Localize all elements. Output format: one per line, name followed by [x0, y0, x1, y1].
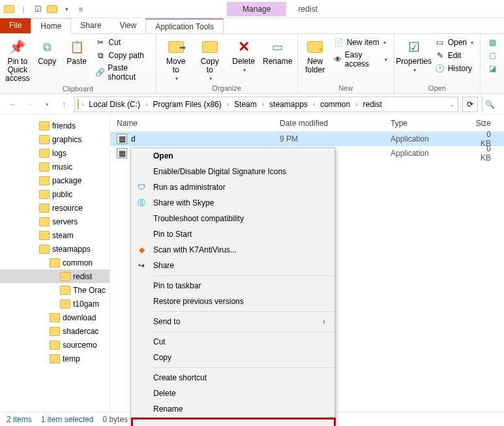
- tree-item-friends[interactable]: friends: [0, 119, 110, 132]
- col-name[interactable]: Name: [110, 119, 280, 128]
- ctx-delete[interactable]: Delete: [131, 386, 334, 401]
- tree-item-t10gam[interactable]: t10gam: [0, 297, 110, 311]
- contextual-tab-manage[interactable]: Manage: [227, 2, 286, 16]
- move-to-button[interactable]: ➡ Move to▾: [160, 35, 192, 82]
- tree-item-package[interactable]: package: [0, 174, 110, 187]
- tree-item-servers[interactable]: servers: [0, 215, 110, 228]
- tree-item-download[interactable]: download: [0, 311, 110, 324]
- tree-item-The Orac[interactable]: The Orac: [0, 283, 110, 297]
- search-icon[interactable]: 🔍: [482, 97, 497, 112]
- tree-item-resource[interactable]: resource: [0, 201, 110, 215]
- tree-item-public[interactable]: public: [0, 187, 110, 201]
- copy-to-button[interactable]: Copy to▾: [194, 35, 226, 82]
- folder-icon: [39, 217, 50, 226]
- folder-icon: [3, 3, 16, 16]
- ctx-properties[interactable]: Properties: [131, 421, 334, 426]
- new-item-button[interactable]: 📄New item▾: [331, 37, 390, 48]
- tab-share[interactable]: Share: [71, 18, 110, 33]
- ctx-open[interactable]: Open: [131, 148, 334, 164]
- ctx-cut[interactable]: Cut: [131, 334, 334, 350]
- tree-item-music[interactable]: music: [0, 160, 110, 174]
- refresh-button[interactable]: ⟳: [462, 97, 478, 112]
- select-all-button[interactable]: ▦: [484, 37, 500, 48]
- group-label-open: Open: [398, 83, 476, 92]
- breadcrumb[interactable]: › Local Disk (C:)› Program Files (x86)› …: [74, 97, 458, 112]
- ctx-create-shortcut[interactable]: Create shortcut: [131, 370, 334, 386]
- column-headers[interactable]: Name Date modified Type Size: [110, 115, 504, 132]
- tab-view[interactable]: View: [110, 18, 145, 33]
- crumb-3[interactable]: steamapps: [267, 100, 310, 109]
- rename-button[interactable]: ▭ Rename: [262, 35, 293, 66]
- ctx-pin-to-taskbar[interactable]: Pin to taskbar: [131, 278, 334, 294]
- delete-icon: ✕: [235, 38, 253, 56]
- crumb-2[interactable]: Steam: [231, 100, 259, 109]
- folder-icon: [39, 135, 50, 144]
- copy-path-button[interactable]: ⧉Copy path: [93, 50, 151, 61]
- ctx-share-skype[interactable]: ⓈShare with Skype: [131, 195, 334, 211]
- ctx-troubleshoot-compat[interactable]: Troubleshoot compatibility: [131, 211, 334, 226]
- pin-to-quick-access-button[interactable]: 📌 Pin to Quick access: [4, 35, 31, 84]
- ctx-pin-to-start[interactable]: Pin to Start: [131, 226, 334, 242]
- crumb-5[interactable]: redist: [361, 100, 385, 109]
- share-icon: ↪: [136, 260, 147, 271]
- invert-selection-button[interactable]: ◪: [484, 63, 500, 74]
- ctx-share[interactable]: ↪Share: [131, 258, 334, 273]
- ctx-rename[interactable]: Rename: [131, 401, 334, 417]
- tree-item-logs[interactable]: logs: [0, 146, 110, 160]
- up-button[interactable]: ↑: [57, 98, 70, 111]
- qat-overflow-icon[interactable]: ≡: [74, 3, 87, 16]
- new-folder-qat-icon[interactable]: [46, 3, 59, 16]
- ctx-signature-icons[interactable]: Enable/Disable Digital Signature Icons: [131, 164, 334, 179]
- col-size[interactable]: Size: [475, 119, 504, 128]
- qat-dropdown-icon[interactable]: ▾: [60, 3, 73, 16]
- titlebar: | ☑ ▾ ≡ Manage redist: [0, 0, 504, 18]
- tree-item-shadercac[interactable]: shadercac: [0, 324, 110, 338]
- easy-access-button[interactable]: 👁Easy access▾: [331, 50, 390, 69]
- ctx-restore-versions[interactable]: Restore previous versions: [131, 294, 334, 309]
- tree-item-temp[interactable]: temp: [0, 352, 110, 365]
- new-folder-button[interactable]: ✦ New folder: [302, 35, 329, 74]
- back-button[interactable]: ←: [7, 98, 20, 111]
- tree-item-sourcemo[interactable]: sourcemo: [0, 338, 110, 352]
- new-folder-icon: ✦: [306, 38, 324, 56]
- tab-application-tools[interactable]: Application Tools: [145, 18, 224, 33]
- properties-qat-icon[interactable]: ☑: [31, 3, 44, 16]
- tree-item-steam[interactable]: steam: [0, 228, 110, 242]
- col-type[interactable]: Type: [391, 119, 475, 128]
- paste-shortcut-button[interactable]: 🔗Paste shortcut: [93, 63, 151, 82]
- crumb-1[interactable]: Program Files (x86): [150, 100, 224, 109]
- edit-button[interactable]: ✎Edit: [432, 50, 476, 61]
- open-button[interactable]: ▭Open▾: [432, 37, 476, 48]
- recent-locations-button[interactable]: ▾: [40, 98, 53, 111]
- copy-button[interactable]: ⧉ Copy: [33, 35, 60, 66]
- properties-button[interactable]: ☑ Properties▾: [398, 35, 430, 73]
- cut-button[interactable]: ✂Cut: [93, 37, 151, 48]
- crumb-0[interactable]: Local Disk (C:): [86, 100, 143, 109]
- paste-button[interactable]: 📋 Paste: [63, 35, 90, 66]
- tab-home[interactable]: Home: [31, 18, 71, 34]
- tree-item-steamapps[interactable]: steamapps: [0, 242, 110, 256]
- select-none-button[interactable]: ▢: [484, 50, 500, 61]
- tree-item-graphics[interactable]: graphics: [0, 132, 110, 146]
- ctx-copy[interactable]: Copy: [131, 350, 334, 365]
- file-type: Application: [391, 149, 475, 158]
- tree-label: logs: [52, 149, 67, 158]
- tab-file[interactable]: File: [0, 18, 31, 33]
- address-dropdown-icon[interactable]: ⌄: [450, 101, 455, 108]
- ctx-run-as-admin[interactable]: 🛡Run as administrator: [131, 179, 334, 195]
- folder-icon: [39, 190, 50, 199]
- ctx-separator: [153, 331, 334, 332]
- ctx-scan-k7[interactable]: ◆Scan with K7AntiVirus...: [131, 242, 334, 258]
- col-date[interactable]: Date modified: [280, 119, 391, 128]
- nav-tree[interactable]: friendsgraphicslogsmusicpackagepublicres…: [0, 115, 110, 412]
- forward-button[interactable]: →: [23, 98, 37, 111]
- tree-label: temp: [63, 354, 80, 363]
- file-row[interactable]: ▦d 9 PMApplication0 KB: [110, 132, 504, 146]
- delete-button[interactable]: ✕ Delete▾: [228, 35, 259, 73]
- tree-item-redist[interactable]: redist: [0, 269, 110, 283]
- ctx-send-to[interactable]: Send to›: [131, 314, 334, 329]
- history-button[interactable]: 🕑History: [432, 63, 476, 74]
- chevron-right-icon[interactable]: ›: [80, 100, 85, 108]
- tree-item-common[interactable]: common: [0, 256, 110, 269]
- crumb-4[interactable]: common: [318, 100, 353, 109]
